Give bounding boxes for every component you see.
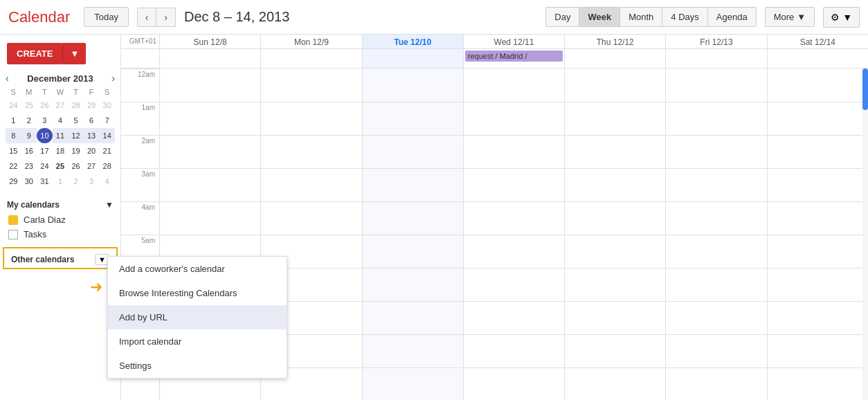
mini-cal-day[interactable]: 24 <box>6 98 21 113</box>
mini-cal-day[interactable]: 11 <box>53 128 69 143</box>
time-slot[interactable] <box>363 69 463 102</box>
time-slot[interactable] <box>464 268 564 301</box>
time-slot[interactable] <box>666 334 766 367</box>
time-slot[interactable] <box>363 367 463 400</box>
time-slot[interactable] <box>565 334 665 367</box>
time-col-tue[interactable] <box>362 69 463 400</box>
mini-cal-day[interactable]: 22 <box>6 158 21 174</box>
allday-cell-thu[interactable] <box>564 49 665 68</box>
time-slot[interactable] <box>565 235 665 268</box>
day-header-wed[interactable]: Wed 12/11 <box>463 35 564 48</box>
view-week-button[interactable]: Week <box>579 7 620 27</box>
mini-cal-day[interactable]: 27 <box>84 158 100 174</box>
time-slot[interactable] <box>363 102 463 135</box>
mini-cal-next-button[interactable]: › <box>111 73 115 84</box>
more-button[interactable]: More ▼ <box>765 7 815 27</box>
day-header-thu[interactable]: Thu 12/12 <box>564 35 665 48</box>
time-slot[interactable] <box>565 135 665 168</box>
mini-cal-day[interactable]: 18 <box>53 143 69 158</box>
time-slot[interactable] <box>666 135 766 168</box>
time-slot[interactable] <box>666 201 766 235</box>
time-slot[interactable] <box>666 102 766 135</box>
dropdown-item-browse[interactable]: Browse Interesting Calendars <box>108 281 287 305</box>
dropdown-item-add-url[interactable]: Add by URL <box>108 305 287 329</box>
mini-cal-prev-button[interactable]: ‹ <box>6 73 9 84</box>
time-slot[interactable] <box>464 168 564 201</box>
time-slot[interactable] <box>464 367 564 400</box>
mini-cal-day[interactable]: 26 <box>68 158 84 174</box>
time-slot[interactable] <box>768 168 868 201</box>
calendar-carla-diaz[interactable]: Carla Diaz <box>7 212 114 227</box>
time-slot[interactable] <box>666 367 766 400</box>
mini-cal-day[interactable]: 27 <box>53 98 69 113</box>
mini-cal-day[interactable]: 4 <box>99 174 115 189</box>
mini-cal-day[interactable]: 4 <box>53 113 69 128</box>
time-slot[interactable] <box>261 102 361 135</box>
my-calendars-header[interactable]: My calendars ▼ <box>7 200 114 210</box>
time-slot[interactable] <box>565 168 665 201</box>
time-slot[interactable] <box>666 301 766 334</box>
mini-cal-day[interactable]: 16 <box>21 143 37 158</box>
mini-cal-day[interactable]: 3 <box>84 174 100 189</box>
mini-cal-day[interactable]: 6 <box>84 113 100 128</box>
create-dropdown-button[interactable]: ▼ <box>62 43 86 64</box>
prev-button[interactable]: ‹ <box>137 8 156 27</box>
view-agenda-button[interactable]: Agenda <box>708 7 757 27</box>
time-slot[interactable] <box>160 201 260 235</box>
mini-cal-day[interactable]: 23 <box>21 158 37 174</box>
time-slot[interactable] <box>768 135 868 168</box>
mini-cal-day[interactable]: 30 <box>21 174 37 189</box>
mini-cal-day[interactable]: 19 <box>68 143 84 158</box>
time-slot[interactable] <box>666 69 766 102</box>
time-slot[interactable] <box>363 334 463 367</box>
mini-cal-day[interactable]: 3 <box>37 113 53 128</box>
mini-cal-day[interactable]: 30 <box>99 98 115 113</box>
allday-event[interactable]: request / Madrid / <box>465 51 563 62</box>
mini-cal-day[interactable]: 21 <box>99 143 115 158</box>
time-slot[interactable] <box>160 168 260 201</box>
time-col-fri[interactable] <box>665 69 766 400</box>
time-slot[interactable] <box>363 135 463 168</box>
next-button[interactable]: › <box>156 8 176 27</box>
mini-cal-day[interactable]: 14 <box>99 128 115 143</box>
mini-cal-day[interactable]: 10 <box>37 128 53 143</box>
allday-cell-sat[interactable] <box>767 49 868 68</box>
mini-cal-day[interactable]: 12 <box>68 128 84 143</box>
time-slot[interactable] <box>565 102 665 135</box>
mini-cal-day[interactable]: 2 <box>21 113 37 128</box>
allday-cell-sun[interactable] <box>159 49 260 68</box>
mini-cal-day[interactable]: 15 <box>6 143 21 158</box>
view-day-button[interactable]: Day <box>545 7 579 27</box>
today-button[interactable]: Today <box>84 7 129 27</box>
time-slot[interactable] <box>666 268 766 301</box>
time-slot[interactable] <box>363 201 463 235</box>
time-slot[interactable] <box>363 168 463 201</box>
mini-cal-day[interactable]: 7 <box>99 113 115 128</box>
time-slot[interactable] <box>464 301 564 334</box>
time-slot[interactable] <box>261 135 361 168</box>
allday-cell-mon[interactable] <box>260 49 361 68</box>
time-slot[interactable] <box>464 135 564 168</box>
mini-cal-day[interactable]: 5 <box>68 113 84 128</box>
time-slot[interactable] <box>565 367 665 400</box>
mini-cal-day[interactable]: 1 <box>6 113 21 128</box>
time-col-wed[interactable] <box>463 69 564 400</box>
time-slot[interactable] <box>666 235 766 268</box>
time-slot[interactable] <box>261 201 361 235</box>
day-header-mon[interactable]: Mon 12/9 <box>260 35 361 48</box>
time-col-sat[interactable] <box>767 69 868 400</box>
mini-cal-day[interactable]: 25 <box>21 98 37 113</box>
mini-cal-day[interactable]: 8 <box>6 128 21 143</box>
time-slot[interactable] <box>464 102 564 135</box>
mini-cal-day[interactable]: 20 <box>84 143 100 158</box>
mini-cal-day[interactable]: 13 <box>84 128 100 143</box>
time-slot[interactable] <box>160 135 260 168</box>
time-slot[interactable] <box>464 235 564 268</box>
allday-cell-tue[interactable] <box>362 49 463 68</box>
time-slot[interactable] <box>464 69 564 102</box>
day-header-fri[interactable]: Fri 12/13 <box>665 35 766 48</box>
day-header-sun[interactable]: Sun 12/8 <box>159 35 260 48</box>
mini-cal-day[interactable]: 24 <box>37 158 53 174</box>
time-slot[interactable] <box>666 168 766 201</box>
view-month-button[interactable]: Month <box>620 7 662 27</box>
